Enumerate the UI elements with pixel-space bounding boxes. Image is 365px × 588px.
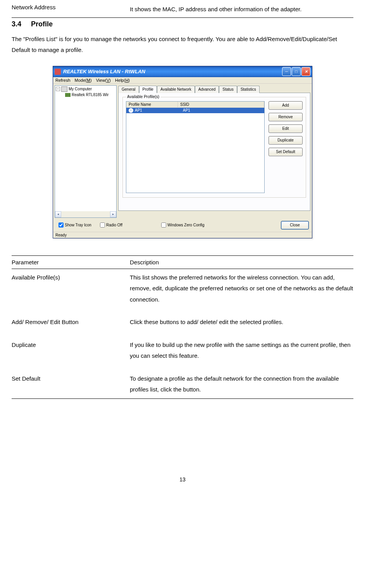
screenshot-container: REALTEK Wireless LAN - RtWLAN ─ □ ✕ Refr… xyxy=(12,66,353,238)
groupbox-inner: Profile Name SSID i AP1 AP1 xyxy=(126,101,303,193)
tab-profile[interactable]: Profile xyxy=(139,86,157,93)
tab-panel-profile: Available Profile(s) Profile Name SSID i xyxy=(118,93,310,211)
profile-icon: i xyxy=(129,108,133,113)
desc-cell: To designate a profile as the default ne… xyxy=(130,370,353,399)
table-row: Set Default To designate a profile as th… xyxy=(12,370,353,399)
app-window: REALTEK Wireless LAN - RtWLAN ─ □ ✕ Refr… xyxy=(53,66,312,238)
section-title: Profile xyxy=(31,20,53,28)
tab-advanced[interactable]: Advanced xyxy=(195,86,219,93)
app-icon xyxy=(55,69,61,75)
bottom-options-row: Show Tray Icon Radio Off Windows Zero Co… xyxy=(53,219,312,232)
table-row: Duplicate If you like to build up the ne… xyxy=(12,336,353,370)
available-profiles-groupbox: Available Profile(s) Profile Name SSID i xyxy=(122,97,306,198)
menu-refresh[interactable]: Refresh xyxy=(55,78,71,83)
remove-button[interactable]: Remove xyxy=(269,113,303,121)
titlebar[interactable]: REALTEK Wireless LAN - RtWLAN ─ □ ✕ xyxy=(53,66,312,77)
tree-label-my-computer: My Computer xyxy=(69,86,92,92)
window-control-buttons: ─ □ ✕ xyxy=(282,67,310,76)
close-button[interactable]: Close xyxy=(281,221,309,229)
menu-view[interactable]: View(V) xyxy=(96,78,111,83)
profile-row-ssid-cell: AP1 xyxy=(181,108,264,113)
close-window-button[interactable]: ✕ xyxy=(301,67,310,76)
tab-statistics[interactable]: Statistics xyxy=(237,86,260,93)
table-header-parameter: Parameter xyxy=(12,255,130,269)
window-body: − My Computer Realtek RTL8185 Wir ◂ ▸ xyxy=(53,84,312,219)
menu-mode[interactable]: Mode(M) xyxy=(75,78,92,83)
window-title: REALTEK Wireless LAN - RtWLAN xyxy=(63,69,282,74)
tree-horizontal-scrollbar[interactable]: ◂ ▸ xyxy=(55,211,116,217)
param-cell: Available Profile(s) xyxy=(12,269,130,314)
table-row: Add/ Remove/ Edit Button Click these but… xyxy=(12,314,353,336)
profile-list[interactable]: Profile Name SSID i AP1 AP1 xyxy=(126,101,265,193)
statusbar: Ready xyxy=(53,232,312,238)
scroll-track[interactable] xyxy=(61,211,110,217)
top-param-label: Network Address xyxy=(12,4,130,15)
tab-available-network[interactable]: Available Network xyxy=(157,86,195,93)
radio-off-checkbox[interactable] xyxy=(100,222,105,228)
scroll-left-icon[interactable]: ◂ xyxy=(55,211,61,217)
table-row: Available Profile(s) This list shows the… xyxy=(12,269,353,314)
maximize-button[interactable]: □ xyxy=(292,67,301,76)
profile-list-header: Profile Name SSID xyxy=(126,102,264,108)
tree-node-my-computer[interactable]: − My Computer xyxy=(56,86,115,92)
edit-button[interactable]: Edit xyxy=(269,124,303,133)
tree-collapse-icon[interactable]: − xyxy=(56,87,60,91)
profile-name-text: AP1 xyxy=(135,108,142,112)
show-tray-icon-label: Show Tray Icon xyxy=(65,223,91,227)
profile-row-name-cell: i AP1 xyxy=(126,108,181,113)
profile-row-selected[interactable]: i AP1 AP1 xyxy=(126,108,264,113)
set-default-button[interactable]: Set Default xyxy=(269,148,303,156)
col-profile-name[interactable]: Profile Name xyxy=(126,102,178,107)
tree-label-adapter: Realtek RTL8185 Wir xyxy=(72,92,108,98)
scroll-right-icon[interactable]: ▸ xyxy=(110,211,116,217)
profile-button-stack: Add Remove Edit Duplicate Set Default xyxy=(269,101,303,193)
menu-help[interactable]: Help(H) xyxy=(115,78,130,83)
radio-off-label: Radio Off xyxy=(106,223,122,227)
groupbox-label: Available Profile(s) xyxy=(126,95,160,99)
table-header-description: Description xyxy=(130,255,353,269)
add-button[interactable]: Add xyxy=(269,101,303,110)
desc-cell: This list shows the preferred networks f… xyxy=(130,269,353,314)
top-table-row: Network Address It shows the MAC, IP add… xyxy=(12,4,353,18)
desc-cell: If you like to build up the new profile … xyxy=(130,336,353,370)
show-tray-icon-checkbox[interactable] xyxy=(59,222,64,228)
menubar: Refresh Mode(M) View(V) Help(H) xyxy=(53,77,312,84)
status-text: Ready xyxy=(55,233,67,237)
minimize-button[interactable]: ─ xyxy=(282,67,291,76)
param-cell: Add/ Remove/ Edit Button xyxy=(12,314,130,336)
section-number: 3.4 xyxy=(12,20,31,28)
computer-icon xyxy=(61,86,67,92)
device-tree[interactable]: − My Computer Realtek RTL8185 Wir ◂ ▸ xyxy=(55,85,117,218)
windows-zero-config-checkbox[interactable] xyxy=(161,222,166,228)
desc-cell: Click these buttons to add/ delete/ edit… xyxy=(130,314,353,336)
param-cell: Duplicate xyxy=(12,336,130,370)
tree-node-adapter[interactable]: Realtek RTL8185 Wir xyxy=(65,92,115,98)
section-heading: 3.4Profile xyxy=(12,20,353,28)
top-param-desc: It shows the MAC, IP address and other i… xyxy=(130,4,353,15)
tabs-area: General Profile Available Network Advanc… xyxy=(118,85,310,218)
intro-paragraph: The "Profiles List" is for you to manage… xyxy=(12,34,353,56)
col-ssid[interactable]: SSID xyxy=(178,102,264,107)
tab-status[interactable]: Status xyxy=(219,86,237,93)
tab-general[interactable]: General xyxy=(118,86,139,93)
page-number: 13 xyxy=(12,476,353,483)
duplicate-button[interactable]: Duplicate xyxy=(269,136,303,145)
param-cell: Set Default xyxy=(12,370,130,399)
tabs-strip: General Profile Available Network Advanc… xyxy=(118,85,310,93)
network-card-icon xyxy=(65,93,71,97)
tree-content: − My Computer Realtek RTL8185 Wir xyxy=(55,86,116,98)
windows-zero-config-label: Windows Zero Config xyxy=(167,223,205,227)
parameter-table: Parameter Description Available Profile(… xyxy=(12,255,353,399)
